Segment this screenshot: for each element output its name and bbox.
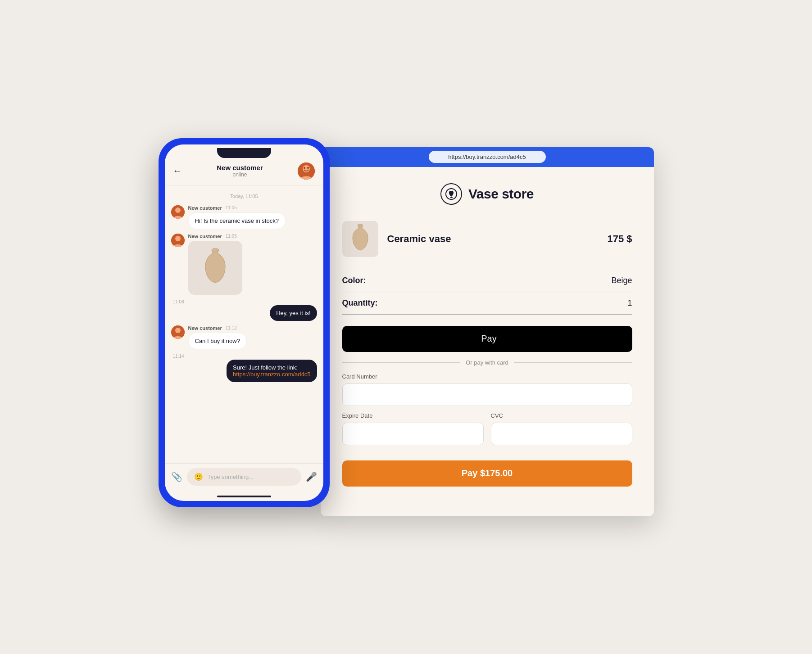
svg-point-11	[175, 236, 181, 241]
attach-icon[interactable]: 📎	[171, 471, 182, 482]
pay-divider: Or pay with card	[342, 359, 632, 366]
apple-pay-button[interactable]: Pay	[342, 326, 632, 352]
store-header: Vase store	[342, 183, 632, 205]
chat-messages: Today, 11:05 New customer 11:05	[165, 185, 323, 463]
chat-contact-name: New customer	[217, 164, 263, 171]
card-number-input[interactable]	[342, 383, 632, 406]
scene: https://buy.tranzzo.com/ad4c5 Vase store	[159, 125, 654, 530]
phone-inner: ← New customer online	[165, 144, 323, 501]
bubble-1: Hi! Is the ceramic vase in stock?	[188, 212, 286, 229]
chat-title-block: New customer online	[217, 164, 263, 178]
chat-input-bar: 📎 🙂 Type something... 🎤	[165, 463, 323, 494]
chat-input-field[interactable]: 🙂 Type something...	[187, 468, 301, 486]
bubble-4: Can I buy it now?	[188, 333, 247, 349]
cvc-label: CVC	[491, 412, 632, 419]
message-2: New customer 11:05	[171, 234, 317, 295]
card-extras-row: Expire Date CVC	[342, 412, 632, 451]
expire-label: Expire Date	[342, 412, 484, 419]
svg-point-3	[358, 224, 363, 227]
msg-meta-4: New customer 11:12	[188, 325, 247, 331]
chat-header: ← New customer online	[165, 159, 323, 185]
quantity-value: 1	[627, 298, 632, 308]
message-4: New customer 11:12 Can I buy it now?	[171, 325, 317, 349]
message-1: New customer 11:05 Hi! Is the ceramic va…	[171, 205, 317, 229]
svg-point-9	[175, 207, 181, 213]
message-5-wrapper: 11:14 Sure! Just follow the link: https:…	[171, 354, 317, 382]
product-row: Ceramic vase 175 $	[342, 221, 632, 257]
svg-point-7	[307, 167, 309, 169]
date-divider: Today, 11:05	[171, 194, 317, 199]
emoji-icon[interactable]: 🙂	[194, 473, 203, 481]
bubble-3: Hey, yes it is!	[270, 305, 317, 321]
notch	[217, 148, 271, 158]
msg-sender-2: New customer	[188, 234, 222, 239]
quantity-label: Quantity:	[342, 298, 378, 308]
card-number-label: Card Number	[342, 373, 632, 380]
msg-time-2: 11:05	[226, 234, 237, 239]
msg-time-5: 11:14	[171, 354, 317, 359]
card-number-group: Card Number	[342, 373, 632, 406]
msg-meta-2: New customer 11:05	[188, 234, 242, 239]
color-value: Beige	[611, 276, 632, 285]
msg-avatar-4	[171, 325, 185, 339]
color-label: Color:	[342, 276, 366, 285]
msg-time-3: 11:08	[171, 299, 317, 304]
msg-avatar-1	[171, 205, 185, 219]
color-row: Color: Beige	[342, 270, 632, 292]
expire-group: Expire Date	[342, 412, 484, 451]
chat-status: online	[217, 171, 263, 178]
phone-notch	[165, 144, 323, 159]
store-name: Vase store	[468, 186, 534, 202]
back-button[interactable]: ←	[173, 166, 182, 176]
chat-header-avatar	[298, 162, 315, 180]
quantity-row: Quantity: 1	[342, 292, 632, 315]
msg-time-1: 11:05	[226, 205, 237, 210]
home-indicator	[217, 496, 271, 497]
msg-avatar-2	[171, 234, 185, 247]
browser-bar: https://buy.tranzzo.com/ad4c5	[321, 147, 654, 167]
msg-content-1: New customer 11:05 Hi! Is the ceramic va…	[188, 205, 286, 229]
chat-link[interactable]: https://buy.tranzzo.com/ad4c5	[233, 371, 310, 378]
input-placeholder: Type something...	[208, 474, 294, 480]
expire-input[interactable]	[342, 423, 484, 445]
svg-point-14	[175, 328, 181, 333]
browser-url[interactable]: https://buy.tranzzo.com/ad4c5	[429, 151, 546, 163]
browser-window: https://buy.tranzzo.com/ad4c5 Vase store	[321, 147, 654, 516]
msg-sender-1: New customer	[188, 205, 222, 211]
bubble-5: Sure! Just follow the link: https://buy.…	[227, 360, 317, 382]
message-3-wrapper: 11:08 Hey, yes it is!	[171, 299, 317, 321]
svg-point-6	[304, 167, 305, 169]
product-name: Ceramic vase	[387, 233, 451, 245]
cvc-group: CVC	[491, 412, 632, 451]
product-price: 175 $	[607, 233, 632, 245]
svg-point-12	[212, 248, 219, 252]
phone: ← New customer online	[159, 138, 330, 507]
mic-icon[interactable]: 🎤	[306, 471, 317, 482]
msg-content-2: New customer 11:05	[188, 234, 242, 295]
store-logo	[440, 183, 462, 205]
msg-content-4: New customer 11:12 Can I buy it now?	[188, 325, 247, 349]
divider-left	[342, 362, 461, 363]
product-thumbnail	[342, 221, 378, 257]
apple-pay-label: Pay	[481, 334, 496, 344]
browser-content: Vase store Ceramic vase 175 $ Colo	[321, 167, 654, 503]
vase-image-bubble	[188, 241, 242, 295]
msg-sender-4: New customer	[188, 325, 222, 331]
msg-meta-1: New customer 11:05	[188, 205, 286, 211]
divider-text: Or pay with card	[466, 359, 508, 366]
product-left: Ceramic vase	[342, 221, 451, 257]
pay-button[interactable]: Pay $175.00	[342, 460, 632, 487]
msg-time-4: 11:12	[226, 325, 237, 330]
cvc-input[interactable]	[491, 423, 632, 445]
divider-right	[514, 362, 632, 363]
